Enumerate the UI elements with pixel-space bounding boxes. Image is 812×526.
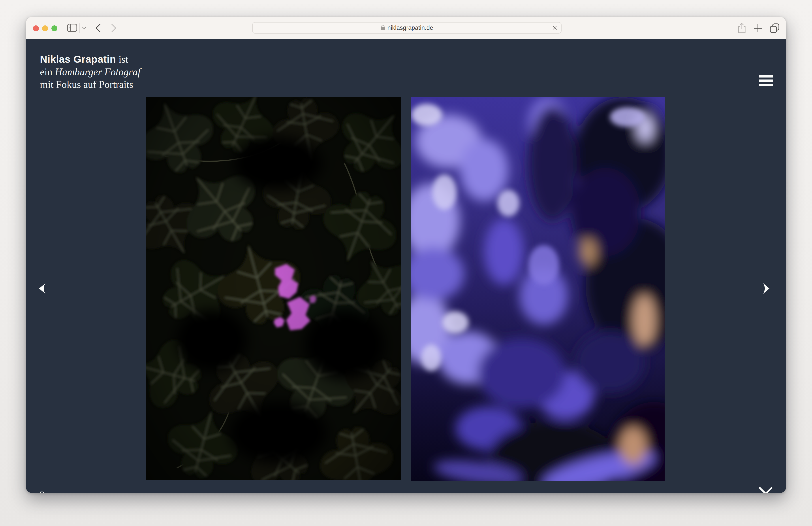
close-gallery-button[interactable] — [758, 486, 773, 493]
photo-crowd-violet[interactable] — [411, 97, 665, 481]
new-tab-button[interactable] — [753, 24, 763, 33]
menu-button[interactable] — [759, 75, 773, 86]
next-photo-button[interactable] — [763, 283, 769, 294]
back-button[interactable] — [95, 24, 101, 33]
address-bar[interactable]: niklasgrapatin.de — [252, 22, 562, 33]
photo-ivy-leaves[interactable] — [146, 97, 401, 480]
window-minimize-button[interactable] — [42, 25, 48, 31]
chevron-right-icon — [111, 30, 117, 33]
hamburger-icon — [759, 80, 773, 82]
url-text: niklasgrapatin.de — [388, 25, 433, 31]
x-cross-icon — [552, 28, 557, 31]
chevron-left-icon — [95, 30, 101, 33]
window-close-button[interactable] — [33, 25, 39, 31]
stop-loading-button[interactable] — [552, 25, 557, 31]
browser-toolbar: niklasgrapatin.de — [26, 17, 786, 39]
window-zoom-button[interactable] — [52, 25, 57, 31]
forward-button[interactable] — [111, 24, 117, 33]
hamburger-icon — [759, 75, 773, 77]
lock-icon — [381, 25, 385, 31]
intro-line-3: mit Fokus auf Portraits — [40, 78, 141, 91]
intro-text: Niklas Grapatin ist ein Hamburger Fotogr… — [40, 53, 141, 91]
browser-window: niklasgrapatin.de — [26, 17, 786, 493]
previous-photo-button[interactable] — [39, 283, 46, 294]
portfolio-page: Niklas Grapatin ist ein Hamburger Fotogr… — [26, 39, 786, 493]
site-title-link[interactable]: Niklas Grapatin — [40, 54, 116, 65]
sidebar-icon — [67, 29, 77, 33]
counter-current: 2 — [40, 489, 45, 493]
counter-total: 11 — [52, 492, 59, 493]
chevron-down-icon — [82, 27, 86, 30]
gallery-counter: 2 / 11 — [40, 489, 59, 493]
share-button[interactable] — [737, 23, 747, 34]
notched-chevron-right-icon — [763, 292, 769, 295]
hamburger-icon — [759, 84, 773, 86]
tab-overview-button[interactable] — [770, 23, 780, 34]
notched-chevron-left-icon — [39, 292, 46, 295]
sidebar-dropdown-button[interactable] — [82, 27, 86, 30]
share-icon — [737, 31, 747, 34]
tabs-icon — [770, 31, 780, 34]
plus-icon — [753, 30, 763, 33]
intro-line-2: ein Hamburger Fotograf — [40, 66, 141, 78]
sidebar-toggle-button[interactable] — [67, 24, 77, 33]
intro-line-1: Niklas Grapatin ist — [40, 53, 141, 66]
